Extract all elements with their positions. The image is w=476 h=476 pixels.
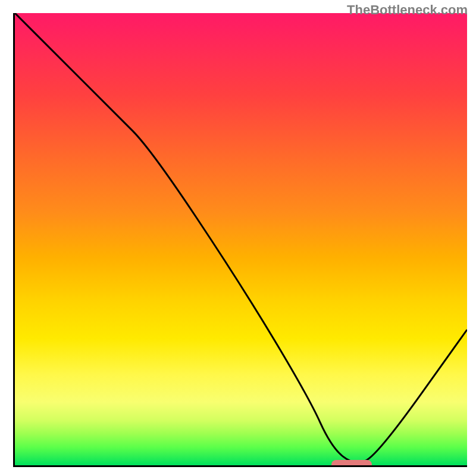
watermark-text: TheBottleneck.com (347, 2, 468, 18)
bottleneck-curve-path (15, 13, 467, 462)
chart-plot-area (13, 13, 467, 467)
chart-curve (15, 13, 467, 465)
optimal-range-marker (331, 460, 372, 467)
